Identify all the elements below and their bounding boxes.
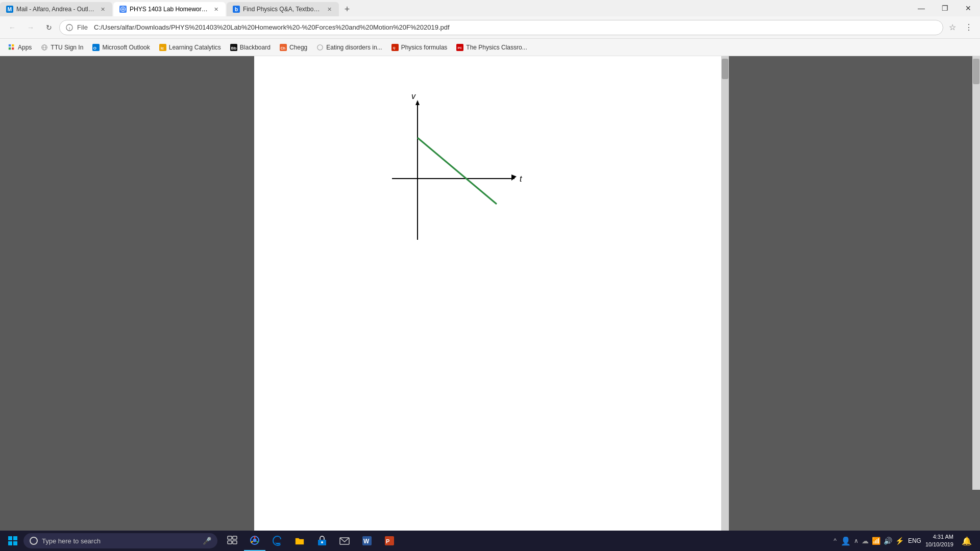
taskbar-mail[interactable]: [334, 531, 355, 551]
pdf-sidebar-right: [729, 56, 859, 531]
minimize-button[interactable]: —: [910, 0, 933, 16]
bookmark-lc[interactable]: lc Learning Catalytics: [155, 41, 225, 54]
bookmark-ttu-label: TTU Sign In: [51, 44, 83, 51]
bookmark-apps-label: Apps: [18, 44, 32, 51]
clock-date: 10/10/2019: [925, 541, 953, 548]
svg-point-46: [321, 541, 323, 543]
chrome-icon: [249, 535, 260, 546]
edge-icon: [272, 535, 283, 546]
bing-tab-icon: b: [233, 6, 240, 13]
svg-text:PC: PC: [458, 45, 462, 49]
bookmark-eating-label: Eating disorders in...: [326, 44, 382, 51]
page-scrollbar[interactable]: [972, 56, 980, 490]
power-icon[interactable]: ⚡: [895, 537, 904, 545]
bookmarks-bar: Apps TTU Sign In O Microsoft Outlook lc …: [0, 39, 980, 56]
page-scrollbar-thumb: [973, 59, 979, 84]
svg-rect-35: [13, 541, 17, 545]
taskbar-chrome[interactable]: [244, 531, 265, 551]
refresh-button[interactable]: ↻: [41, 19, 57, 36]
show-hidden-icons-button[interactable]: ^: [831, 537, 839, 544]
search-bar[interactable]: Type here to search 🎤: [23, 533, 217, 548]
tab-bing-close[interactable]: ✕: [326, 6, 333, 13]
svg-rect-37: [233, 536, 237, 539]
svg-rect-33: [13, 536, 17, 540]
titlebar: M Mail - Alfaro, Andrea - Outlook ✕ PHYS…: [0, 0, 980, 16]
bookmark-ttu[interactable]: TTU Sign In: [37, 41, 87, 54]
main-content: v t: [0, 56, 980, 531]
bookmark-bb-label: Blackboard: [240, 44, 271, 51]
taskbar-word[interactable]: W: [356, 531, 378, 551]
pdf-page: v t: [254, 56, 729, 531]
svg-text:W: W: [363, 538, 370, 545]
wifi-icon[interactable]: 📶: [872, 537, 880, 545]
bookmark-outlook-label: Microsoft Outlook: [102, 44, 150, 51]
taskbar-powerpoint[interactable]: P: [379, 531, 400, 551]
taskbar: Type here to search 🎤: [0, 531, 980, 551]
taskview-icon: [227, 535, 238, 546]
store-icon: [316, 535, 328, 546]
language-indicator: ENG: [906, 537, 923, 544]
volume-icon[interactable]: 🔊: [884, 537, 892, 545]
bookmark-chegg[interactable]: Ch Chegg: [276, 41, 311, 54]
browser-menu-button[interactable]: ⋮: [962, 20, 976, 35]
address-label: File: [77, 23, 88, 31]
ttu-icon: [41, 44, 48, 51]
svg-text:Q: Q: [393, 45, 395, 49]
bookmark-apps[interactable]: Apps: [4, 41, 36, 54]
network-expand-icon[interactable]: ∧: [854, 537, 859, 544]
cloud-icon[interactable]: ☁: [862, 537, 869, 545]
window-controls: — ❐ ✕: [910, 0, 980, 16]
address-bar[interactable]: i File C:/Users/alfar/Downloads/PHYS%201…: [59, 20, 943, 35]
tab-outlook-close[interactable]: ✕: [99, 6, 106, 13]
tab-outlook-title: Mail - Alfaro, Andrea - Outlook: [16, 6, 96, 13]
svg-text:t: t: [520, 174, 522, 183]
svg-rect-8: [12, 47, 14, 49]
bookmark-chegg-label: Chegg: [289, 44, 307, 51]
search-placeholder: Type here to search: [42, 537, 101, 545]
svg-rect-36: [228, 536, 232, 539]
new-tab-button[interactable]: +: [340, 2, 354, 16]
outlook-tab-icon: M: [6, 6, 13, 13]
bookmark-eating[interactable]: Eating disorders in...: [312, 41, 386, 54]
phys-tab-icon: [119, 6, 127, 13]
bookmark-outlook[interactable]: O Microsoft Outlook: [88, 41, 154, 54]
svg-text:lc: lc: [160, 45, 164, 50]
notification-button[interactable]: 🔔: [960, 531, 974, 551]
tab-phys-close[interactable]: ✕: [212, 6, 219, 13]
start-button[interactable]: [2, 531, 23, 551]
chegg-icon: Ch: [280, 44, 287, 51]
bookmark-physics-label: Physics formulas: [401, 44, 448, 51]
tab-outlook[interactable]: M Mail - Alfaro, Andrea - Outlook ✕: [0, 2, 112, 16]
tab-list: M Mail - Alfaro, Andrea - Outlook ✕ PHYS…: [0, 0, 910, 16]
bookmark-star-button[interactable]: ☆: [945, 20, 960, 35]
people-icon[interactable]: 👤: [841, 536, 851, 546]
bookmark-classroom-label: The Physics Classro...: [466, 44, 527, 51]
taskbar-edge[interactable]: [266, 531, 288, 551]
tab-phys-pdf[interactable]: PHYS 1403 Lab Homework - For... ✕: [113, 2, 226, 16]
bookmark-bb[interactable]: Bb Blackboard: [226, 41, 275, 54]
forward-button[interactable]: →: [22, 19, 39, 36]
maximize-button[interactable]: ❐: [933, 0, 957, 16]
navbar: ← → ↻ i File C:/Users/alfar/Downloads/PH…: [0, 16, 980, 39]
bookmark-classroom[interactable]: PC The Physics Classro...: [452, 41, 531, 54]
bookmark-physics[interactable]: Q Physics formulas: [387, 41, 452, 54]
back-button[interactable]: ←: [4, 19, 20, 36]
svg-rect-7: [12, 44, 14, 46]
pdf-scrollbar-thumb: [722, 59, 728, 79]
svg-text:Bb: Bb: [231, 45, 237, 50]
svg-text:Ch: Ch: [281, 46, 285, 49]
svg-rect-39: [233, 541, 237, 544]
microphone-icon[interactable]: 🎤: [203, 537, 211, 545]
pdf-scrollbar[interactable]: [721, 56, 729, 531]
taskbar-files[interactable]: [289, 531, 310, 551]
taskbar-taskview[interactable]: [222, 531, 243, 551]
windows-icon: [8, 536, 17, 545]
tab-bing[interactable]: b Find Physics Q&A, Textbooks, a... ✕: [227, 2, 339, 16]
close-button[interactable]: ✕: [957, 0, 980, 16]
svg-marker-27: [415, 100, 420, 105]
info-icon: i: [66, 24, 73, 31]
svg-rect-6: [9, 47, 11, 49]
tab-bing-title: Find Physics Q&A, Textbooks, a...: [243, 6, 323, 13]
pdf-sidebar-left: [121, 56, 254, 531]
taskbar-store[interactable]: [311, 531, 333, 551]
